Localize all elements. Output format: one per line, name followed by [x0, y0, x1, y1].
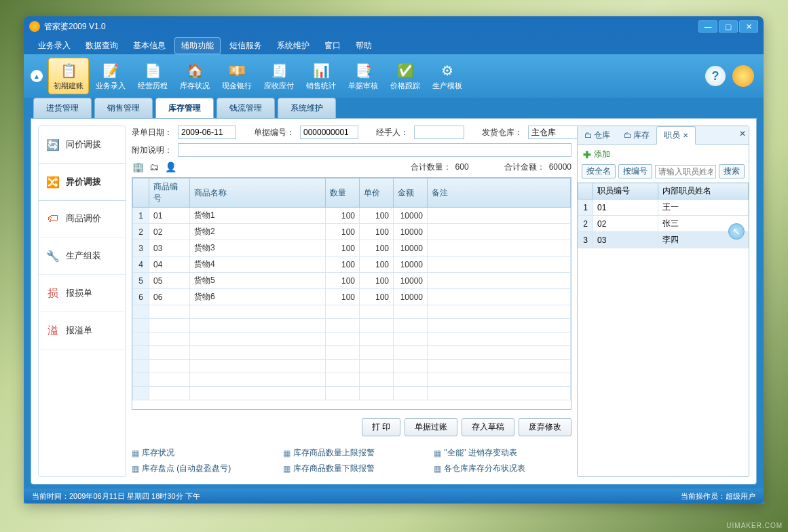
doc-no-input[interactable] [300, 126, 358, 139]
action-button-3[interactable]: 废弃修改 [519, 418, 571, 436]
search-input[interactable] [655, 165, 716, 178]
nav-item-0[interactable]: 🔄同价调拨 [39, 126, 126, 164]
rp-grid-header-2[interactable]: 内部职员姓名 [658, 183, 748, 200]
table-row[interactable] [133, 305, 571, 319]
table-row[interactable]: 505货物510010010000 [133, 273, 571, 289]
toolbar-button-1[interactable]: 📝业务录入 [90, 58, 131, 94]
toolbar-button-8[interactable]: ✅价格跟踪 [385, 58, 426, 94]
toolbar-button-3[interactable]: 🏠库存状况 [174, 58, 215, 94]
link-item-4[interactable]: ▦库存商品数量下限报警 [283, 463, 421, 474]
watermark: UIMAKER.COM [726, 522, 783, 529]
right-panel-grid[interactable]: 职员编号内部职员姓名101王一202张三303李四 ↖ [578, 183, 749, 476]
data-grid[interactable]: 商品编号商品名称数量单价金额备注101货物110010010000202货物21… [132, 177, 571, 410]
toolbar-button-9[interactable]: ⚙生产模板 [427, 58, 468, 94]
table-row[interactable]: 202货物210010010000 [133, 224, 571, 240]
nav-item-3[interactable]: 🔧生产组装 [39, 238, 126, 275]
toolbar-button-5[interactable]: 🧾应收应付 [259, 58, 299, 94]
action-button-1[interactable]: 单据过账 [405, 418, 457, 436]
rp-table-row[interactable]: 303李四 [578, 232, 749, 248]
right-panel-close-icon[interactable]: ✕ [739, 129, 746, 138]
search-code-button[interactable]: 按编号 [618, 164, 652, 178]
main-tab-1[interactable]: 销售管理 [94, 98, 153, 118]
grid-header-5[interactable]: 金额 [394, 178, 428, 208]
notes-input[interactable] [178, 143, 571, 157]
doc-no-label: 单据编号： [254, 127, 295, 138]
table-row[interactable] [133, 346, 571, 360]
nav-icon-0: 🔄 [45, 137, 60, 152]
nav-item-4[interactable]: 损报损单 [39, 275, 126, 312]
menu-item-6[interactable]: 窗口 [318, 38, 347, 54]
tab-close-icon[interactable]: ✕ [683, 132, 688, 139]
menu-item-2[interactable]: 基本信息 [127, 38, 172, 54]
add-button[interactable]: ✚ 添加 [578, 145, 749, 164]
add-label: 添加 [594, 149, 610, 160]
grid-header-4[interactable]: 单价 [360, 178, 394, 208]
close-button[interactable]: ✕ [739, 20, 758, 33]
rp-grid-header-0[interactable] [578, 183, 593, 200]
table-row[interactable] [133, 332, 571, 346]
main-tab-4[interactable]: 系统维护 [278, 98, 336, 118]
table-row[interactable]: 606货物610010010000 [133, 289, 571, 305]
table-row[interactable]: 303货物310010010000 [133, 240, 571, 256]
menu-item-1[interactable]: 数据查询 [79, 38, 124, 54]
menu-item-7[interactable]: 帮助 [350, 38, 378, 54]
link-item-3[interactable]: ▦库存盘点 (自动盘盈盘亏) [132, 463, 269, 474]
menu-item-5[interactable]: 系统维护 [271, 38, 316, 54]
link-item-1[interactable]: ▦库存商品数量上限报警 [283, 447, 421, 459]
grid-header-1[interactable]: 商品编号 [149, 178, 190, 208]
rp-table-row[interactable]: 101王一 [578, 200, 749, 216]
toolbar-button-7[interactable]: 📑单据审核 [343, 58, 383, 94]
maximize-button[interactable]: ▢ [719, 20, 738, 33]
table-row[interactable] [133, 373, 571, 387]
action-button-0[interactable]: 打 印 [362, 418, 400, 436]
right-panel-tab-1[interactable]: 🗀库存 [617, 126, 656, 144]
nav-item-1[interactable]: 🔀异价调拨 [38, 163, 126, 201]
grid-icon-person[interactable]: 👤 [164, 161, 176, 173]
table-row[interactable] [133, 319, 571, 332]
entry-date-input[interactable] [178, 126, 236, 139]
minimize-button[interactable]: — [698, 20, 717, 33]
rp-grid-header-1[interactable]: 职员编号 [593, 183, 658, 200]
gold-icon[interactable] [732, 65, 754, 87]
right-panel-tab-2[interactable]: 职员✕ [656, 126, 696, 145]
table-row[interactable]: 404货物410010010000 [133, 256, 571, 273]
main-panel: 🔄同价调拨🔀异价调拨🏷商品调价🔧生产组装损报损单溢报溢单 录单日期： 单据编号：… [31, 118, 757, 484]
table-row[interactable] [133, 360, 571, 373]
main-tab-0[interactable]: 进货管理 [33, 98, 92, 118]
right-panel-tab-0[interactable]: 🗀仓库 [578, 126, 617, 144]
main-tab-3[interactable]: 钱流管理 [217, 98, 275, 118]
search-fullname-button[interactable]: 按全名 [582, 164, 616, 178]
link-item-2[interactable]: ▦"全能" 进销存变动表 [434, 447, 571, 459]
menu-item-0[interactable]: 业务录入 [32, 38, 77, 54]
menu-item-3[interactable]: 辅助功能 [174, 37, 221, 54]
rp-table-row[interactable]: 202张三 [578, 216, 749, 232]
menu-item-4[interactable]: 短信服务 [223, 38, 268, 54]
link-item-0[interactable]: ▦库存状况 [132, 447, 269, 459]
toolbar-icon-8: ✅ [396, 62, 415, 79]
grid-icon-list[interactable]: 🗂 [148, 161, 160, 173]
search-button[interactable]: 搜索 [719, 164, 745, 178]
left-nav: 🔄同价调拨🔀异价调拨🏷商品调价🔧生产组装损报损单溢报溢单 [38, 126, 126, 477]
handler-input[interactable] [414, 126, 464, 139]
action-button-2[interactable]: 存入草稿 [462, 418, 514, 436]
folder-icon: 🗀 [584, 130, 593, 140]
warehouse-input[interactable] [528, 126, 578, 139]
link-item-5[interactable]: ▦各仓库库存分布状况表 [434, 463, 571, 474]
table-row[interactable] [133, 387, 571, 400]
toolbar-collapse-button[interactable]: ▲ [31, 70, 43, 82]
grid-header-3[interactable]: 数量 [326, 178, 360, 208]
toolbar-button-0[interactable]: 📋初期建账 [48, 58, 89, 94]
nav-item-2[interactable]: 🏷商品调价 [39, 200, 126, 238]
grid-icon-building[interactable]: 🏢 [132, 161, 144, 173]
nav-item-5[interactable]: 溢报溢单 [39, 312, 126, 349]
help-icon[interactable]: ? [705, 66, 726, 86]
grid-header-2[interactable]: 商品名称 [190, 178, 326, 208]
grid-header-0[interactable] [133, 178, 149, 208]
arrow-up-icon[interactable]: ↖ [728, 223, 745, 240]
table-row[interactable]: 101货物110010010000 [133, 208, 571, 224]
main-tab-2[interactable]: 库存管理 [155, 98, 214, 118]
toolbar-button-6[interactable]: 📊销售统计 [301, 58, 341, 94]
grid-header-6[interactable]: 备注 [428, 178, 571, 208]
toolbar-button-2[interactable]: 📄经营历程 [132, 58, 173, 94]
toolbar-button-4[interactable]: 💴现金银行 [217, 58, 257, 94]
